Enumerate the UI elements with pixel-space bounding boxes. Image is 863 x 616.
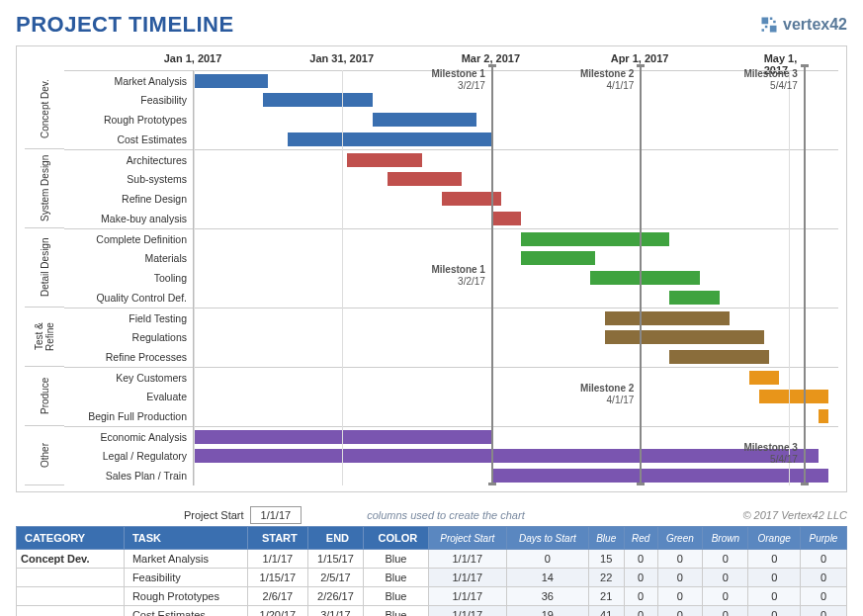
- col-header-sub: Blue: [588, 527, 624, 550]
- task-label: Regulations: [64, 327, 193, 347]
- gantt-bar: [194, 74, 268, 88]
- axis-tick: Mar 2, 2017: [462, 52, 520, 64]
- table-row: Feasibility1/15/172/5/17Blue1/1/17142200…: [17, 569, 847, 587]
- logo-icon: [759, 15, 779, 35]
- task-label: Key Customers: [64, 367, 193, 387]
- milestone-line: [491, 64, 493, 485]
- group-labels: Concept Dev.System DesignDetail DesignTe…: [25, 70, 64, 485]
- task-label: Begin Full Production: [64, 406, 193, 426]
- col-header: CATEGORY: [17, 527, 125, 550]
- meta-row: Project Start 1/1/17 columns used to cre…: [16, 506, 847, 524]
- group-label: System Design: [25, 149, 64, 228]
- task-labels: Market AnalysisFeasibilityRough Prototyp…: [64, 70, 193, 485]
- columns-note: columns used to create the chart: [367, 509, 525, 521]
- gantt-bar: [388, 172, 462, 186]
- group-label: Test & Refine: [25, 308, 64, 367]
- brand-logo: vertex42: [759, 15, 847, 35]
- gantt-bar: [749, 371, 779, 385]
- bar-row: [194, 347, 838, 367]
- gantt-bar: [288, 132, 491, 146]
- milestone-line: [804, 64, 806, 485]
- milestone-label: Milestone 35/4/17: [734, 68, 798, 92]
- table-row: Cost Estimates1/20/173/1/17Blue1/1/17194…: [17, 606, 847, 617]
- milestone-label: Milestone 24/1/17: [570, 68, 634, 92]
- gantt-bar: [194, 449, 819, 463]
- bar-row: [194, 308, 838, 327]
- task-label: Legal / Regulatory: [64, 446, 193, 466]
- task-label: Architectures: [64, 149, 193, 169]
- task-label: Feasibility: [64, 90, 193, 110]
- milestone-label-inline: Milestone 35/4/17: [734, 442, 798, 466]
- gantt-bar: [521, 251, 595, 265]
- gantt-bar: [263, 93, 372, 107]
- col-header: START: [248, 527, 308, 550]
- task-label: Sub-systems: [64, 169, 193, 189]
- task-label: Complete Definition: [64, 228, 193, 248]
- col-header-sub: Orange: [748, 527, 800, 550]
- task-label: Refine Design: [64, 189, 193, 209]
- gantt-bar: [521, 232, 669, 246]
- bar-row: [194, 90, 838, 110]
- logo-text: vertex42: [783, 16, 847, 34]
- page-title: PROJECT TIMELINE: [16, 12, 234, 38]
- gantt-bar: [491, 469, 828, 483]
- task-label: Quality Control Def.: [64, 288, 193, 308]
- bar-row: [194, 288, 838, 308]
- col-header-sub: Project Start: [428, 527, 506, 550]
- col-header-sub: Purple: [800, 527, 846, 550]
- table-row: Rough Prototypes2/6/172/26/17Blue1/1/173…: [17, 587, 847, 606]
- col-header: TASK: [124, 527, 247, 550]
- bar-row: [194, 387, 838, 406]
- task-label: Rough Prototypes: [64, 110, 193, 130]
- milestone-label-inline: Milestone 24/1/17: [570, 383, 634, 406]
- task-label: Evaluate: [64, 387, 193, 406]
- axis-tick: Jan 31, 2017: [309, 52, 374, 64]
- col-header: END: [307, 527, 364, 550]
- bar-row: [194, 130, 838, 149]
- bar-row: [194, 169, 838, 189]
- col-header-sub: Brown: [703, 527, 748, 550]
- bar-row: [194, 248, 838, 268]
- bar-row: [194, 406, 838, 426]
- bar-row: [194, 209, 838, 228]
- milestone-label: Milestone 13/2/17: [422, 68, 485, 92]
- task-label: Field Testing: [64, 308, 193, 327]
- task-label: Make-buy analysis: [64, 209, 193, 228]
- col-header-sub: Red: [624, 527, 657, 550]
- header: PROJECT TIMELINE vertex42: [16, 12, 847, 38]
- bar-row: [194, 367, 838, 387]
- bar-row: [194, 110, 838, 130]
- group-label: Detail Design: [25, 228, 64, 308]
- bar-row: [194, 327, 838, 347]
- group-label: Produce: [25, 367, 64, 426]
- bar-row: [194, 228, 838, 248]
- table-row: Concept Dev.Market Analysis1/1/171/15/17…: [17, 550, 847, 569]
- gantt-bar: [669, 350, 768, 364]
- bars-area: Milestone 13/2/17Milestone 24/1/17Milest…: [193, 70, 838, 485]
- group-label: Concept Dev.: [25, 70, 64, 149]
- gantt-bar: [347, 153, 421, 167]
- col-header-sub: Green: [657, 527, 703, 550]
- bar-row: [194, 189, 838, 209]
- gantt-bar: [373, 113, 476, 127]
- task-label: Tooling: [64, 268, 193, 288]
- milestone-label-inline: Milestone 13/2/17: [422, 264, 485, 288]
- gantt-bar: [605, 311, 729, 325]
- col-header: COLOR: [364, 527, 428, 550]
- gantt-bar: [605, 330, 763, 344]
- axis-tick: Jan 1, 2017: [164, 52, 222, 64]
- project-start-value: 1/1/17: [250, 506, 302, 524]
- group-label: Other: [25, 426, 64, 485]
- task-label: Refine Processes: [64, 347, 193, 367]
- project-start-label: Project Start: [184, 509, 244, 521]
- gantt-chart: Jan 1, 2017Jan 31, 2017Mar 2, 2017Apr 1,…: [16, 45, 847, 492]
- bar-row: [194, 268, 838, 288]
- task-label: Cost Estimates: [64, 130, 193, 149]
- task-label: Economic Analysis: [64, 426, 193, 446]
- axis-tick: Apr 1, 2017: [611, 52, 669, 64]
- gantt-bar: [491, 212, 521, 225]
- bar-row: [194, 466, 838, 485]
- gantt-bar: [819, 409, 828, 423]
- col-header-sub: Days to Start: [506, 527, 588, 550]
- task-label: Sales Plan / Train: [64, 466, 193, 485]
